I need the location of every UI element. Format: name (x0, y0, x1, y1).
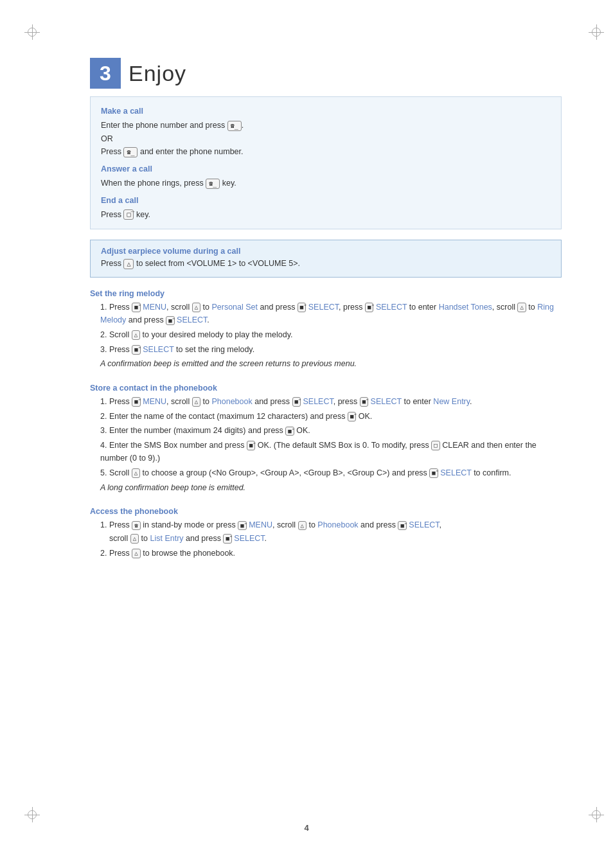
call-key2: ☎̲ (123, 147, 138, 157)
volume-title: Adjust earpiece volume during a call (101, 247, 551, 256)
scroll-key3: △ (132, 330, 140, 340)
ring-step-1: 1. Press ■̃ MENU, scroll △ to Personal S… (90, 301, 562, 327)
ok-key1: ■̃ (348, 412, 356, 421)
scroll-key5: △ (132, 468, 140, 478)
clear-key: □ (431, 441, 440, 450)
sel-key6: ■̃ (360, 397, 368, 407)
make-call-title: Make a call (101, 105, 551, 118)
sel-key3: ■̃ (166, 316, 174, 326)
volume-key: △ (123, 259, 134, 269)
ring-melody-section: Set the ring melody 1. Press ■̃ MENU, sc… (90, 289, 562, 371)
scroll-key1: △ (192, 303, 200, 312)
make-call-body: Enter the phone number and press ☎̲. OR … (101, 119, 551, 159)
page-number: 4 (304, 823, 308, 833)
store-step-5: 5. Scroll △ to choose a group (<No Group… (90, 466, 562, 480)
sel-key8: ■̃ (398, 521, 406, 531)
ring-melody-title: Set the ring melody (90, 289, 562, 298)
sel-key7: ■̃ (429, 468, 438, 478)
access-phonebook-title: Access the phonebook (90, 507, 562, 516)
ring-step-3: 3. Press ■̃ SELECT to set the ring melod… (90, 343, 562, 357)
store-contact-note: A long confirmation beep tone is emitted… (90, 481, 562, 495)
menu-key3: ■̃ (238, 521, 246, 531)
page: 3 Enjoy Make a call Enter the phone numb… (0, 0, 613, 868)
browse-key: △ (132, 549, 140, 558)
access-step-2: 2. Press △ to browse the phonebook. (90, 547, 562, 560)
end-call-body: Press □̅ key. (101, 208, 551, 222)
answer-call-title: Answer a call (101, 163, 551, 175)
chapter-header: 3 Enjoy (90, 58, 562, 89)
sel-key4: ■̃ (132, 345, 140, 355)
answer-call-body: When the phone rings, press ☎̲ key. (101, 177, 551, 190)
store-contact-title: Store a contact in the phonebook (90, 384, 562, 393)
access-step-1: 1. Press ☎ in stand-by mode or press ■̃ … (90, 518, 562, 545)
call-section-box: Make a call Enter the phone number and p… (90, 96, 562, 229)
ring-step-2: 2. Scroll △ to your desired melody to pl… (90, 328, 562, 342)
sel-key9: ■̃ (223, 534, 231, 544)
ring-melody-steps: 1. Press ■̃ MENU, scroll △ to Personal S… (90, 301, 562, 357)
menu-key1: ■̃ (132, 303, 140, 312)
store-contact-steps: 1. Press ■̃ MENU, scroll △ to Phonebook … (90, 395, 562, 480)
ok-key2: ■̃ (285, 427, 294, 436)
store-step-4: 4. Enter the SMS Box number and press ■̃… (90, 439, 562, 465)
menu-key2: ■̃ (132, 397, 140, 407)
store-step-3: 3. Enter the number (maximum 24 digits) … (90, 424, 562, 438)
store-contact-section: Store a contact in the phonebook 1. Pres… (90, 384, 562, 494)
end-call-title: End a call (101, 194, 551, 207)
access-phonebook-steps: 1. Press ☎ in stand-by mode or press ■̃ … (90, 518, 562, 560)
sel-key1: ■̃ (298, 303, 306, 312)
store-step-2: 2. Enter the name of the contact (maximu… (90, 410, 562, 423)
store-step-1: 1. Press ■̃ MENU, scroll △ to Phonebook … (90, 395, 562, 409)
sel-key5: ■̃ (292, 397, 301, 407)
answer-key: ☎̲ (206, 179, 220, 189)
end-key: □̅ (123, 209, 134, 220)
chapter-number: 3 (90, 58, 121, 89)
volume-box: Adjust earpiece volume during a call Pre… (90, 240, 562, 278)
chapter-title: Enjoy (129, 61, 186, 86)
call-key: ☎̲ (227, 121, 242, 131)
ok-key3: ■̃ (247, 441, 255, 450)
scroll-key6: △ (298, 521, 306, 531)
sel-key2: ■̃ (365, 303, 373, 312)
scroll-key7: △ (130, 534, 139, 544)
access-phonebook-section: Access the phonebook 1. Press ☎ in stand… (90, 507, 562, 560)
volume-body: Press △ to select from <VOLUME 1> to <VO… (101, 257, 551, 270)
scroll-key4: △ (192, 397, 200, 407)
scroll-key2: △ (517, 303, 526, 312)
ring-melody-note: A confirmation beep is emitted and the s… (90, 357, 562, 371)
phonebook-key: ☎ (132, 521, 140, 531)
